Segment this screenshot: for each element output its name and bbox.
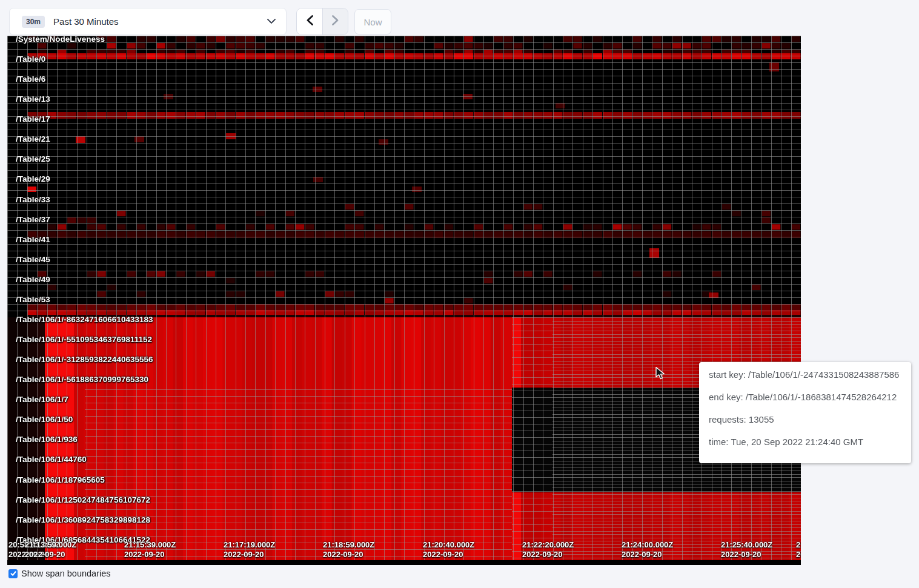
tooltip-start-key: start key: /Table/106/1/-247433150824388… <box>709 370 901 379</box>
time-nav-group <box>296 8 348 35</box>
now-button[interactable]: Now <box>354 9 391 35</box>
show-span-boundaries-checkbox[interactable] <box>8 569 18 578</box>
chevron-down-icon <box>267 19 276 24</box>
tooltip-time: time: Tue, 20 Sep 2022 21:24:40 GMT <box>709 437 901 446</box>
show-span-boundaries-label: Show span boundaries <box>21 569 111 578</box>
key-visualizer: /System/NodeLiveness/Table/0/Table/6/Tab… <box>7 36 801 565</box>
key-visualizer-canvas[interactable] <box>7 36 801 565</box>
tooltip-requests: requests: 13055 <box>709 415 901 424</box>
chevron-right-icon <box>331 15 340 28</box>
time-back-button[interactable] <box>297 8 323 35</box>
time-forward-button[interactable] <box>323 8 348 35</box>
chevron-left-icon <box>305 15 314 28</box>
checkmark-icon <box>10 570 17 577</box>
time-window-badge: 30m <box>22 16 45 28</box>
show-span-boundaries[interactable]: Show span boundaries <box>8 569 111 578</box>
time-window-label: Past 30 Minutes <box>53 16 119 27</box>
time-window-select[interactable]: 30m Past 30 Minutes <box>9 8 287 35</box>
hover-tooltip: start key: /Table/106/1/-247433150824388… <box>699 362 911 463</box>
tooltip-end-key: end key: /Table/106/1/-18683814745282642… <box>709 392 901 401</box>
